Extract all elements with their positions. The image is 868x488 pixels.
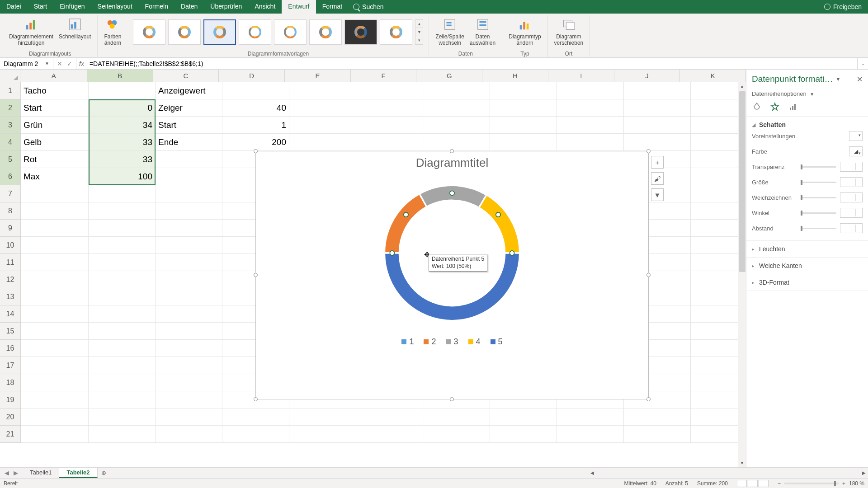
col-A[interactable]: A — [20, 70, 87, 82]
tell-me-search[interactable]: Suchen — [349, 0, 388, 14]
scroll-thumb[interactable] — [739, 91, 745, 272]
cell-A8[interactable] — [21, 202, 89, 220]
cell-A20[interactable] — [21, 408, 89, 426]
cell-C16[interactable] — [156, 340, 222, 357]
cell-A2[interactable]: Start — [21, 99, 89, 117]
col-C[interactable]: C — [153, 70, 219, 82]
menu-ansicht[interactable]: Ansicht — [248, 0, 282, 14]
cell-C21[interactable] — [156, 426, 222, 443]
legend-item-1[interactable]: 1 — [401, 337, 414, 347]
tab-fill-icon[interactable] — [752, 102, 762, 112]
gallery-down-icon[interactable]: ▼ — [415, 28, 423, 36]
cell-J2[interactable] — [624, 99, 691, 117]
cell-C3[interactable]: Start — [156, 117, 222, 134]
row-header-16[interactable]: 16 — [0, 340, 21, 357]
hscroll-right-icon[interactable]: ▶ — [860, 470, 868, 475]
cell-A3[interactable]: Grün — [21, 117, 89, 134]
resize-handle-s[interactable] — [450, 397, 454, 401]
row-header-9[interactable]: 9 — [0, 220, 21, 237]
hscroll-left-icon[interactable]: ◀ — [588, 470, 596, 475]
cell-G20[interactable] — [423, 408, 490, 426]
formula-expand-icon[interactable]: ⌄ — [857, 58, 868, 69]
blur-input[interactable] — [840, 192, 863, 202]
row-header-20[interactable]: 20 — [0, 408, 21, 426]
cell-G3[interactable] — [423, 117, 490, 134]
cell-C5[interactable] — [156, 151, 222, 168]
zoom-value[interactable]: 180 % — [849, 480, 864, 487]
tab-effects-icon[interactable] — [770, 102, 780, 112]
cell-H2[interactable] — [490, 99, 557, 117]
add-sheet-button[interactable]: ⊕ — [98, 468, 110, 478]
row-header-6[interactable]: 6 — [0, 168, 21, 185]
cell-A11[interactable] — [21, 254, 89, 271]
cell-G4[interactable] — [423, 134, 490, 151]
cell-C7[interactable] — [156, 185, 222, 202]
vertical-scrollbar[interactable]: ▲ ▼ — [738, 82, 746, 467]
pane-subtitle-dropdown-icon[interactable]: ▼ — [810, 92, 814, 97]
legend-item-4[interactable]: 4 — [468, 337, 481, 347]
cell-B2[interactable]: 0 — [89, 99, 156, 117]
cell-C9[interactable] — [156, 220, 222, 237]
cell-G21[interactable] — [423, 426, 490, 443]
style-7[interactable] — [344, 19, 377, 45]
col-B[interactable]: B — [87, 70, 153, 82]
cell-H1[interactable] — [490, 82, 557, 99]
scroll-down-icon[interactable]: ▼ — [738, 459, 746, 467]
cell-B21[interactable] — [89, 426, 156, 443]
cell-D1[interactable] — [222, 82, 289, 99]
cell-F2[interactable] — [356, 99, 423, 117]
chart-elements-button[interactable]: + — [651, 156, 664, 169]
donut-slice-3[interactable] — [420, 185, 486, 207]
cell-B6[interactable]: 100 — [89, 168, 156, 185]
chart-legend[interactable]: 12345 — [256, 333, 648, 350]
menu-format[interactable]: Format — [316, 0, 349, 14]
cell-A14[interactable] — [21, 305, 89, 323]
resize-handle-nw[interactable] — [254, 149, 258, 153]
row-header-3[interactable]: 3 — [0, 117, 21, 134]
style-1[interactable] — [133, 19, 165, 45]
cell-I1[interactable] — [557, 82, 624, 99]
cell-D2[interactable]: 40 — [222, 99, 289, 117]
col-E[interactable]: E — [285, 70, 351, 82]
cell-C15[interactable] — [156, 323, 222, 340]
col-H[interactable]: H — [482, 70, 548, 82]
preset-combo[interactable] — [849, 131, 863, 141]
row-header-18[interactable]: 18 — [0, 374, 21, 391]
cell-E20[interactable] — [289, 408, 356, 426]
cell-A7[interactable] — [21, 185, 89, 202]
cell-F21[interactable] — [356, 426, 423, 443]
cell-C6[interactable] — [156, 168, 222, 185]
enter-icon[interactable]: ✓ — [67, 60, 72, 67]
menu-ueberpruefen[interactable]: Überprüfen — [204, 0, 248, 14]
cell-B11[interactable] — [89, 254, 156, 271]
legend-item-3[interactable]: 3 — [446, 337, 458, 347]
resize-handle-w[interactable] — [254, 273, 258, 277]
cell-J20[interactable] — [624, 408, 691, 426]
cell-J1[interactable] — [624, 82, 691, 99]
cell-C20[interactable] — [156, 408, 222, 426]
row-header-1[interactable]: 1 — [0, 82, 21, 99]
cell-B19[interactable] — [89, 391, 156, 408]
view-page-layout-icon[interactable] — [748, 480, 758, 487]
cell-E21[interactable] — [289, 426, 356, 443]
cell-F3[interactable] — [356, 117, 423, 134]
worksheet-grid[interactable]: A B C D E F G H I J K 1TachoAnzeigewert2… — [0, 70, 746, 467]
chart-title[interactable]: Diagrammtitel — [256, 151, 648, 173]
row-header-7[interactable]: 7 — [0, 185, 21, 202]
donut-slice-2[interactable] — [384, 194, 426, 253]
chart-filters-button[interactable]: ▼ — [651, 188, 664, 201]
view-buttons[interactable] — [737, 480, 769, 487]
cell-B1[interactable] — [89, 82, 156, 99]
cell-B3[interactable]: 34 — [89, 117, 156, 134]
menu-daten[interactable]: Daten — [175, 0, 204, 14]
cell-A4[interactable]: Gelb — [21, 134, 89, 151]
cell-B8[interactable] — [89, 202, 156, 220]
legend-item-2[interactable]: 2 — [424, 337, 436, 347]
menu-einfuegen[interactable]: Einfügen — [53, 0, 91, 14]
cell-H3[interactable] — [490, 117, 557, 134]
menu-seitenlayout[interactable]: Seitenlayout — [91, 0, 139, 14]
section-3d-format[interactable]: ▸3D-Format — [746, 274, 868, 291]
menu-datei[interactable]: Datei — [0, 0, 28, 14]
row-header-13[interactable]: 13 — [0, 288, 21, 305]
distance-input[interactable] — [840, 223, 863, 233]
